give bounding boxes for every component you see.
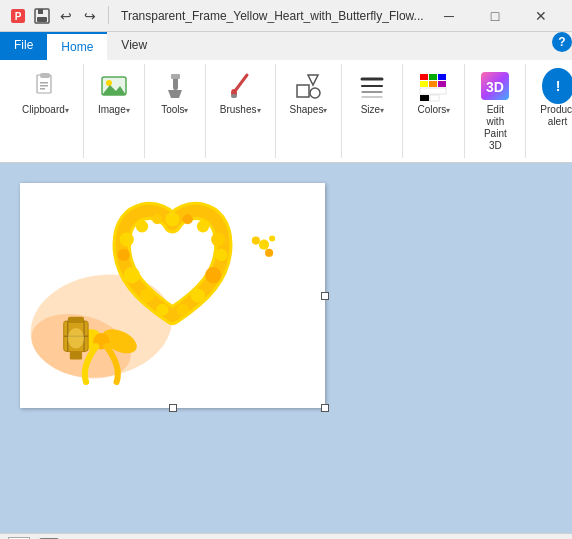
svg-rect-8 <box>40 85 48 87</box>
window-title: Transparent_Frame_Yellow_Heart_with_Butt… <box>121 9 424 23</box>
redo-icon[interactable]: ↪ <box>80 6 100 26</box>
svg-rect-32 <box>420 88 446 94</box>
svg-point-53 <box>152 214 162 224</box>
svg-point-64 <box>68 328 84 348</box>
shapes-button[interactable]: Shapes▾ <box>284 68 334 118</box>
ribbon-group-size: Size▾ <box>342 64 403 158</box>
canvas-surface[interactable] <box>20 183 325 408</box>
product-alert-button[interactable]: ! Product alert <box>534 68 572 130</box>
svg-point-21 <box>310 88 320 98</box>
svg-point-52 <box>165 212 179 226</box>
colors-button[interactable]: Colors▾ <box>411 68 456 118</box>
svg-point-43 <box>140 288 154 302</box>
svg-rect-14 <box>171 74 180 79</box>
svg-rect-60 <box>70 351 82 359</box>
svg-point-68 <box>265 249 273 257</box>
svg-rect-27 <box>429 74 437 80</box>
tools-button[interactable]: Tools▾ <box>153 68 197 118</box>
ribbon-group-shapes: Shapes▾ <box>276 64 343 158</box>
canvas-wrapper <box>20 183 325 408</box>
ribbon-group-product-alert: ! Product alert <box>526 64 572 158</box>
product-alert-icon: ! <box>542 70 572 102</box>
clipboard-icon <box>29 70 61 102</box>
ribbon-toolbar: Clipboard▾ Image▾ <box>0 60 572 163</box>
selection-handle-middle-right[interactable] <box>321 292 329 300</box>
undo-icon[interactable]: ↩ <box>56 6 76 26</box>
svg-rect-28 <box>438 74 446 80</box>
svg-rect-7 <box>40 82 48 84</box>
colors-label: Colors▾ <box>417 104 450 116</box>
svg-line-16 <box>235 75 247 91</box>
svg-rect-4 <box>37 17 47 22</box>
canvas-area: vuontimong <box>0 163 572 533</box>
selection-handle-bottom-right[interactable] <box>321 404 329 412</box>
maximize-button[interactable]: □ <box>472 0 518 32</box>
svg-point-54 <box>136 220 148 232</box>
image-icon <box>98 70 130 102</box>
tools-label: Tools▾ <box>161 104 188 116</box>
svg-point-49 <box>211 232 225 246</box>
tools-icon <box>159 70 191 102</box>
svg-point-48 <box>215 249 227 261</box>
title-area: Transparent_Frame_Yellow_Heart_with_Butt… <box>121 9 426 23</box>
selection-handle-bottom-middle[interactable] <box>169 404 177 412</box>
heart-image <box>20 183 325 408</box>
ribbon-group-edit-paint3d: 3D Edit with Paint 3D <box>465 64 526 158</box>
svg-point-18 <box>231 94 237 98</box>
svg-rect-9 <box>40 88 45 90</box>
svg-point-51 <box>183 214 193 224</box>
size-label: Size▾ <box>361 104 384 116</box>
svg-point-50 <box>197 220 209 232</box>
svg-marker-20 <box>308 75 318 85</box>
tab-file[interactable]: File <box>0 32 47 60</box>
close-button[interactable]: ✕ <box>518 0 564 32</box>
size-icon <box>356 70 388 102</box>
ribbon-group-image: Image▾ <box>84 64 145 158</box>
svg-rect-33 <box>420 95 429 101</box>
colors-icon <box>418 70 450 102</box>
status-bar: + 25% — + <box>0 533 572 539</box>
svg-text:P: P <box>15 11 22 22</box>
window-controls[interactable]: ─ □ ✕ <box>426 0 564 32</box>
clipboard-label: Clipboard▾ <box>22 104 69 116</box>
svg-text:!: ! <box>555 78 560 94</box>
minimize-button[interactable]: ─ <box>426 0 472 32</box>
svg-point-40 <box>120 232 134 246</box>
svg-rect-26 <box>420 74 428 80</box>
svg-rect-19 <box>297 85 309 97</box>
help-button[interactable]: ? <box>552 32 572 52</box>
edit-paint3d-button[interactable]: 3D Edit with Paint 3D <box>473 68 517 154</box>
svg-point-65 <box>259 240 269 250</box>
svg-point-41 <box>118 249 130 261</box>
product-alert-label: Product alert <box>540 104 572 128</box>
svg-point-45 <box>177 304 189 316</box>
svg-point-47 <box>205 267 221 283</box>
svg-rect-6 <box>40 73 50 78</box>
size-button[interactable]: Size▾ <box>350 68 394 118</box>
shapes-icon <box>292 70 324 102</box>
image-label: Image▾ <box>98 104 130 116</box>
svg-point-46 <box>191 288 205 302</box>
svg-rect-31 <box>438 81 446 87</box>
svg-marker-15 <box>168 90 182 98</box>
svg-rect-30 <box>429 81 437 87</box>
brushes-icon <box>224 70 256 102</box>
shapes-label: Shapes▾ <box>290 104 328 116</box>
svg-rect-59 <box>68 317 84 323</box>
svg-point-42 <box>124 267 140 283</box>
tab-home[interactable]: Home <box>47 32 107 60</box>
image-button[interactable]: Image▾ <box>92 68 136 118</box>
title-bar: P ↩ ↪ Transparent_Frame_Yellow_Heart_wit… <box>0 0 572 32</box>
svg-point-67 <box>269 236 275 242</box>
right-panel <box>332 163 572 533</box>
title-bar-quick-access[interactable]: P ↩ ↪ <box>8 6 113 26</box>
brushes-button[interactable]: Brushes▾ <box>214 68 267 118</box>
ribbon-group-clipboard: Clipboard▾ <box>8 64 84 158</box>
svg-rect-3 <box>38 9 43 14</box>
save-icon[interactable] <box>32 6 52 26</box>
ribbon-group-brushes: Brushes▾ <box>206 64 276 158</box>
ribbon-tab-bar: File Home View ? <box>0 32 572 60</box>
tab-view[interactable]: View <box>107 32 161 60</box>
brushes-label: Brushes▾ <box>220 104 261 116</box>
clipboard-button[interactable]: Clipboard▾ <box>16 68 75 118</box>
